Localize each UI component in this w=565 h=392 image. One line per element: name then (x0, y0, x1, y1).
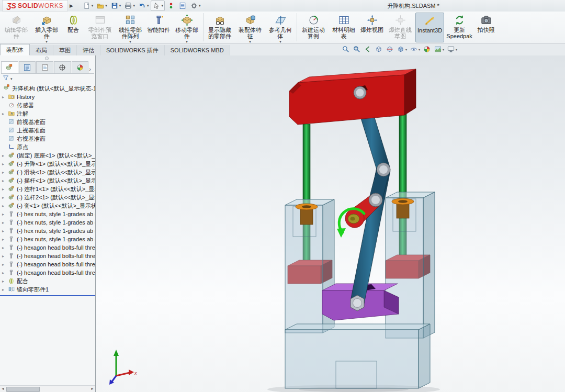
dropdown-arrow-icon[interactable]: ▾ (133, 4, 135, 8)
expand-arrow-icon[interactable]: ▸ (2, 229, 8, 233)
tree-item[interactable]: ▸(-) 升降<1> (默认<<默认>_显示状态 (0, 160, 95, 168)
selection-filter-button[interactable] (166, 1, 176, 10)
dropdown-arrow-icon[interactable]: ▾ (405, 48, 407, 51)
ribbon-button-motion-study[interactable]: 新建运动算例 (298, 13, 329, 42)
expand-arrow-icon[interactable]: ▸ (2, 271, 8, 275)
model-canvas[interactable]: x (96, 55, 565, 392)
previous-view-button[interactable] (363, 45, 372, 53)
expand-arrow-icon[interactable]: ▸ (2, 262, 8, 267)
dropdown-arrow-icon[interactable]: ▾ (105, 4, 107, 8)
expand-arrow-icon[interactable]: ▸ (2, 162, 8, 166)
tab-5[interactable]: SOLIDWORKS MBD (165, 45, 230, 55)
tree-item[interactable]: ▸(-) hex nuts, style 1-grades ab gb< (0, 218, 95, 227)
panel-tab-pt-property[interactable] (36, 61, 53, 73)
tab-1[interactable]: 布局 (30, 45, 53, 55)
tab-4[interactable]: SOLIDWORKS 插件 (100, 45, 165, 55)
save-button[interactable]: ▾ (109, 1, 122, 10)
zoom-to-fit-button[interactable] (341, 45, 351, 53)
print-button[interactable]: ▾ (123, 1, 136, 10)
tab-2[interactable]: 草图 (53, 45, 77, 55)
edit-appearance-button[interactable] (422, 45, 432, 53)
ribbon-dropdown-arrow-icon[interactable]: ▾ (249, 40, 251, 43)
ribbon-dropdown-arrow-icon[interactable]: ▾ (129, 40, 131, 43)
tree-item[interactable]: ▸(-) hexagon head bolts-full thread g (0, 252, 95, 260)
ribbon-button-insert-component[interactable]: 插入零部件▾ (31, 13, 62, 42)
zoom-to-area-button[interactable] (352, 45, 361, 53)
dropdown-arrow-icon[interactable]: ▾ (92, 4, 94, 8)
joint-bolt-knee[interactable] (377, 163, 390, 176)
tree-item[interactable]: ▸(-) hexagon head bolts-full thread g (0, 260, 95, 268)
dropdown-arrow-icon[interactable]: ▾ (119, 4, 121, 8)
ribbon-button-reference-geometry[interactable]: 参考几何体▾ (265, 13, 296, 42)
ribbon-dropdown-arrow-icon[interactable]: ▾ (186, 40, 188, 43)
ribbon-button-move-component[interactable]: 移动零部件▾ (172, 13, 202, 42)
tab-assembly[interactable]: 装配体 (0, 44, 30, 55)
slider-bolt[interactable] (351, 295, 364, 311)
ribbon-button-instant3d[interactable]: Instant3D (415, 13, 444, 42)
panel-tab-pt-config[interactable] (54, 61, 71, 73)
dropdown-arrow-icon[interactable]: ▾ (419, 48, 420, 51)
tree-item[interactable]: ▸(-) 套<1> (默认<<默认>_显示状态 1: (0, 201, 95, 210)
ribbon-button-snapshot[interactable]: 拍快照 (474, 13, 498, 42)
undo-button[interactable]: ▾ (137, 1, 150, 10)
options-button[interactable]: ▾ (189, 1, 202, 10)
filter-funnel-icon[interactable] (2, 74, 9, 84)
new-document-button[interactable]: ▾ (82, 1, 95, 10)
tree-item[interactable]: ▸(-) hexagon head bolts-full thread g (0, 243, 95, 252)
expand-arrow-icon[interactable]: ▸ (2, 153, 8, 158)
graphics-viewport[interactable]: x (96, 55, 565, 392)
task-pane-button[interactable] (177, 1, 188, 10)
tree-item[interactable]: 前视基准面 (0, 118, 95, 126)
tree-item[interactable]: 上视基准面 (0, 126, 95, 135)
tree-item[interactable]: ▸(-) hex nuts, style 1-grades ab gb< (0, 235, 95, 243)
panel-splitter-handle[interactable] (45, 57, 49, 60)
tree-item[interactable]: ▸配合 (0, 277, 95, 285)
tree-item[interactable]: ▸(-) hex nuts, style 1-grades ab gb< (0, 210, 95, 218)
ribbon-button-show-hidden[interactable]: 显示隐藏的零部件 (205, 13, 235, 42)
expand-arrow-icon[interactable]: ▸ (2, 220, 8, 225)
expand-arrow-icon[interactable]: ▸ (2, 178, 8, 183)
tree-item[interactable]: ▸(-) hexagon head bolts-full thread g (0, 268, 95, 277)
dropdown-arrow-icon[interactable]: ▾ (147, 4, 149, 8)
hide-show-items-button[interactable]: ▾ (409, 45, 421, 53)
expand-arrow-icon[interactable]: ▸ (2, 111, 8, 116)
joint-bolt-mid[interactable] (369, 193, 382, 207)
apply-scene-button[interactable]: ▾ (433, 45, 445, 53)
joint-bolt-top[interactable] (354, 86, 366, 99)
ribbon-button-linear-pattern[interactable]: 线性零部件阵列▾ (115, 13, 145, 42)
tree-item[interactable]: ▸(-) 摇杆<1> (默认<<默认>_显示状态 (0, 176, 95, 185)
filter-dropdown-icon[interactable]: ▾ (10, 77, 13, 81)
lift-platform[interactable] (289, 69, 416, 125)
view-orientation-button[interactable] (374, 45, 383, 53)
tree-item[interactable]: ▸(固定) 底座<1> (默认<<默认>_显示状 (0, 151, 95, 160)
ribbon-dropdown-arrow-icon[interactable]: ▾ (46, 40, 48, 43)
display-style-button[interactable]: ▾ (396, 45, 408, 53)
ribbon-button-exploded-view[interactable]: 爆炸视图 (359, 13, 385, 42)
panel-tab-pt-assembly[interactable] (1, 61, 18, 73)
expand-arrow-icon[interactable]: ▸ (2, 279, 8, 284)
tree-item[interactable]: 右视基准面 (0, 135, 95, 143)
tree-root-item[interactable]: 升降机构 (默认<默认_显示状态-1>) (0, 84, 95, 93)
expand-arrow-icon[interactable]: ▸ (2, 204, 8, 208)
tree-item[interactable]: ▸(-) 连杆2<1> (默认<<默认>_显示状态 (0, 193, 95, 201)
expand-arrow-icon[interactable]: ▸ (2, 254, 8, 259)
expand-arrow-icon[interactable]: ▸ (2, 95, 8, 99)
ribbon-button-bom[interactable]: 材料明细表 (329, 13, 359, 42)
expand-arrow-icon[interactable]: ▸ (2, 212, 8, 217)
expand-arrow-icon[interactable]: ▸ (2, 287, 8, 292)
panel-horizontal-scrollbar[interactable]: ◄ ► (0, 385, 95, 392)
scrollbar-thumb[interactable] (6, 387, 40, 392)
tree-item[interactable]: ▸(-) 滑块<1> (默认<<默认>_显示状态 (0, 168, 95, 176)
tree-item[interactable]: ▸(-) hex nuts, style 1-grades ab gb< (0, 227, 95, 235)
tree-item[interactable]: 传感器 (0, 101, 95, 109)
tree-item[interactable]: ▸A注解 (0, 109, 95, 118)
section-view-button[interactable] (385, 45, 394, 53)
tree-item[interactable]: ▸镜向零部件1 (0, 285, 95, 294)
ribbon-dropdown-arrow-icon[interactable]: ▾ (279, 40, 281, 43)
select-button[interactable]: ▾ (151, 1, 165, 11)
tab-3[interactable]: 评估 (77, 45, 100, 55)
expand-arrow-icon[interactable]: ▸ (2, 237, 8, 242)
tree-item[interactable]: ▸History (0, 93, 95, 101)
expand-arrow-icon[interactable]: ▸ (2, 170, 8, 175)
panel-tab-pt-display[interactable] (72, 61, 89, 73)
